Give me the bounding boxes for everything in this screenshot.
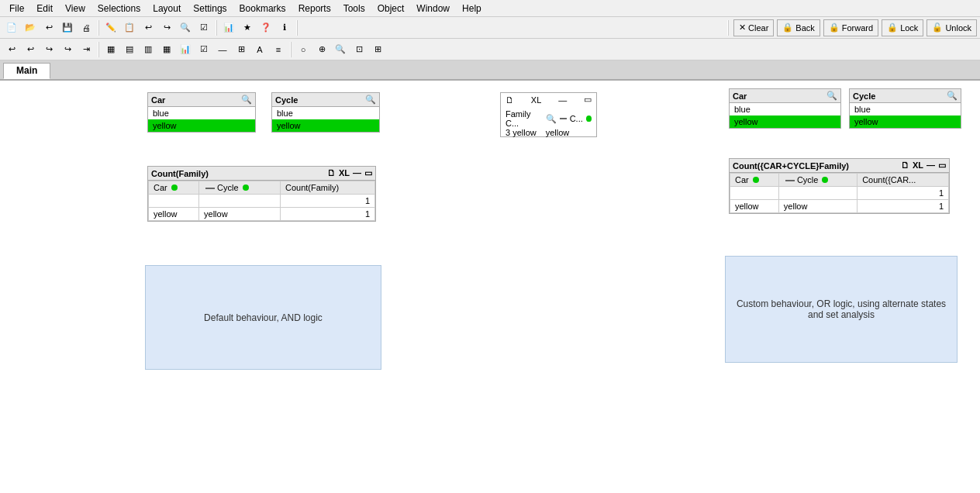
t2-btn14[interactable]: A xyxy=(251,41,268,58)
t2-btn10[interactable]: 📊 xyxy=(177,41,194,58)
menu-edit[interactable]: Edit xyxy=(30,2,59,16)
count-table-max[interactable]: ▭ xyxy=(364,168,372,178)
menu-reports[interactable]: Reports xyxy=(292,2,337,16)
t2-btn4[interactable]: ↪ xyxy=(59,41,76,58)
car2-dot xyxy=(753,177,759,183)
check-btn[interactable]: ☑ xyxy=(195,19,212,36)
t2-btn8[interactable]: ▥ xyxy=(140,41,157,58)
lock-btn[interactable]: 🔒 Lock xyxy=(882,19,923,36)
cycle-listbox-header: Cycle 🔍 xyxy=(272,93,379,107)
copy-btn[interactable]: 📋 xyxy=(121,19,138,36)
car2-search-icon[interactable]: 🔍 xyxy=(826,91,837,101)
t2-btn12[interactable]: — xyxy=(214,41,231,58)
cycle-listbox-2-body: blue yellow xyxy=(850,103,961,128)
sep1 xyxy=(98,20,99,36)
car-item-yellow[interactable]: yellow xyxy=(148,119,255,132)
family-chart-page-icon: 🗋 xyxy=(506,95,514,105)
cycle2-item-blue[interactable]: blue xyxy=(850,103,961,115)
cycle2-dash xyxy=(785,180,795,181)
t2-btn2[interactable]: ↩ xyxy=(22,41,39,58)
cell-count-1: 1 xyxy=(281,195,375,208)
cycle-listbox-2-title: Cycle xyxy=(853,91,875,101)
cycle2-dot xyxy=(822,177,828,183)
cycle-search-icon[interactable]: 🔍 xyxy=(365,95,376,105)
t2-btn19[interactable]: ⊡ xyxy=(350,41,368,58)
count2-table-min[interactable]: — xyxy=(927,160,935,171)
bookmark-btn[interactable]: ★ xyxy=(239,19,256,36)
t2-btn18[interactable]: 🔍 xyxy=(332,41,349,58)
info-btn[interactable]: ℹ xyxy=(276,19,293,36)
cell2-car-1 xyxy=(730,187,779,200)
cycle-item-yellow[interactable]: yellow xyxy=(272,119,379,132)
t2-btn3[interactable]: ↪ xyxy=(40,41,57,58)
lock-icon: 🔒 xyxy=(887,22,898,33)
count2-table-xl[interactable]: XL xyxy=(913,160,923,171)
edit-btn[interactable]: ✏️ xyxy=(102,19,119,36)
count-table: Count(Family) 🗋 XL — ▭ Car Cycle Count(F… xyxy=(147,166,376,222)
count-table-xl[interactable]: XL xyxy=(339,168,350,178)
family-chart-title: Family C... xyxy=(506,109,543,128)
car-item-blue[interactable]: blue xyxy=(148,107,255,119)
family-chart-xl[interactable]: XL xyxy=(531,95,541,105)
count-table-2-title: Count({CAR+CYCLE}Family) xyxy=(733,161,849,171)
menu-bookmarks[interactable]: Bookmarks xyxy=(233,2,292,16)
undo-btn[interactable]: ↩ xyxy=(40,19,57,36)
family-chart-search[interactable]: 🔍 xyxy=(546,114,557,124)
t2-btn6[interactable]: ▦ xyxy=(102,41,119,58)
tab-main[interactable]: Main xyxy=(3,63,50,79)
count-table-2-header: Count({CAR+CYCLE}Family) 🗋 XL — ▭ xyxy=(730,159,949,173)
menu-object[interactable]: Object xyxy=(371,2,411,16)
unlock-label: Unlock xyxy=(945,23,971,33)
car-listbox-body: blue yellow xyxy=(148,107,255,132)
chart-btn[interactable]: 📊 xyxy=(220,19,237,36)
t2-btn11[interactable]: ☑ xyxy=(195,41,212,58)
menu-window[interactable]: Window xyxy=(410,2,456,16)
t2-btn13[interactable]: ⊞ xyxy=(233,41,250,58)
t2-btn16[interactable]: ○ xyxy=(295,41,312,58)
menu-layout[interactable]: Layout xyxy=(147,2,187,16)
save-btn[interactable]: 💾 xyxy=(59,19,76,36)
menu-file[interactable]: File xyxy=(3,2,30,16)
cell-car-1 xyxy=(149,195,199,208)
t2-btn5[interactable]: ⇥ xyxy=(78,41,95,58)
redo2-btn[interactable]: ↪ xyxy=(158,19,175,36)
menu-tools[interactable]: Tools xyxy=(337,2,371,16)
clear-btn[interactable]: ✕ Clear xyxy=(733,19,774,36)
tab-bar: Main xyxy=(0,60,980,81)
cycle2-item-yellow[interactable]: yellow xyxy=(850,115,961,128)
text-box-right-label: Custom behaviour, OR logic, using altern… xyxy=(733,298,949,320)
car2-item-yellow[interactable]: yellow xyxy=(730,115,840,128)
menu-settings[interactable]: Settings xyxy=(187,2,233,16)
redo1-btn[interactable]: ↩ xyxy=(140,19,157,36)
print-btn[interactable]: 🖨 xyxy=(78,19,95,36)
t2-btn17[interactable]: ⊕ xyxy=(313,41,330,58)
menu-view[interactable]: View xyxy=(59,2,91,16)
cycle2-search-icon[interactable]: 🔍 xyxy=(947,91,958,101)
back-btn[interactable]: 🔒 Back xyxy=(777,19,820,36)
family-chart-rect[interactable]: ▭ xyxy=(584,95,592,105)
cycle-item-blue[interactable]: blue xyxy=(272,107,379,119)
unlock-btn[interactable]: 🔓 Unlock xyxy=(927,19,977,36)
t2-btn20[interactable]: ⊞ xyxy=(369,41,386,58)
car-search-icon[interactable]: 🔍 xyxy=(241,95,252,105)
family-chart-dash[interactable]: — xyxy=(558,95,567,105)
new-btn[interactable]: 📄 xyxy=(3,19,20,36)
search-btn[interactable]: 🔍 xyxy=(177,19,194,36)
help-btn[interactable]: ❓ xyxy=(257,19,274,36)
menu-selections[interactable]: Selections xyxy=(91,2,147,16)
count-table-min[interactable]: — xyxy=(353,168,361,178)
sep2 xyxy=(216,20,217,36)
t2-btn1[interactable]: ↩ xyxy=(3,41,20,58)
car2-item-blue[interactable]: blue xyxy=(730,103,840,115)
cycle-dash xyxy=(205,188,215,189)
clear-icon: ✕ xyxy=(739,22,746,33)
cell-cycle-1 xyxy=(199,195,281,208)
open-btn[interactable]: 📂 xyxy=(22,19,39,36)
menu-help[interactable]: Help xyxy=(456,2,488,16)
t2-btn9[interactable]: ▦ xyxy=(158,41,175,58)
forward-btn[interactable]: 🔒 Forward xyxy=(823,19,878,36)
cell-car-2: yellow xyxy=(149,208,199,221)
t2-btn15[interactable]: ≡ xyxy=(270,41,287,58)
t2-btn7[interactable]: ▤ xyxy=(121,41,138,58)
count2-table-max[interactable]: ▭ xyxy=(938,160,946,171)
